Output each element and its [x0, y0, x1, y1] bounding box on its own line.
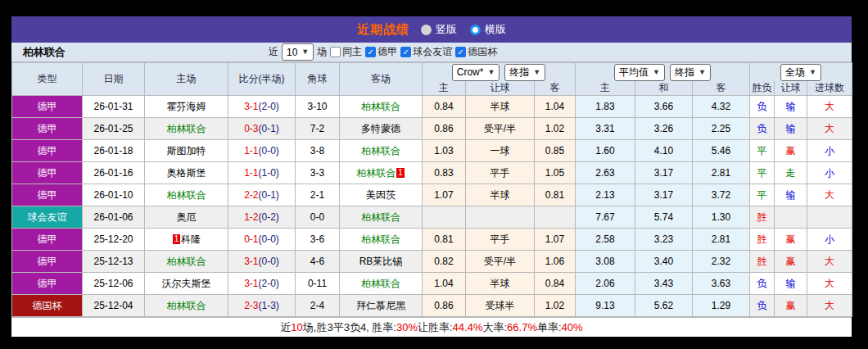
fulltime-score: 0-3	[244, 123, 258, 134]
fulltime-score: 0-1	[244, 233, 258, 245]
match-date: 26-01-25	[83, 118, 145, 140]
fulltime-score: 2-2	[244, 189, 258, 201]
result-goals: 大	[807, 251, 852, 273]
result-goals: 小	[807, 140, 852, 162]
odds-handicap: 受球半	[466, 295, 535, 317]
match-count-select[interactable]: 10 ▼	[282, 43, 314, 61]
table-row: 德甲 26-01-18 斯图加特 1-1(0-0) 3-8 柏林联合 1.03 …	[12, 140, 852, 162]
results-table: 类型 日期 主场 比分(半场) 角球 客场 Crow* ▼ 终指 ▼	[11, 62, 852, 317]
table-row: 德甲 26-01-10 柏林联合 2-2(0-1) 2-1 美因茨 1.07 半…	[12, 184, 852, 206]
subheader-goals-result: 进球数	[807, 81, 852, 96]
control-bar: 柏林联合 近 10 ▼ 场 同主德甲球会友谊德国杯	[11, 43, 852, 62]
bookmaker-odds-time-select[interactable]: 终指 ▼	[504, 64, 545, 81]
result-handicap: 输	[775, 184, 807, 206]
result-goals: 小	[807, 162, 852, 184]
checkbox-label: 球会友谊	[413, 45, 452, 59]
layout-radio-vertical[interactable]: 竖版	[421, 22, 457, 37]
subheader-outcome: 胜负	[750, 81, 775, 96]
header-date: 日期	[83, 63, 145, 96]
table-row: 德甲 25-12-06 沃尔夫斯堡 3-1(2-0) 0-11 柏林联合 1.0…	[12, 273, 852, 295]
odds-home: 0.86	[423, 118, 466, 140]
chevron-down-icon: ▼	[698, 69, 706, 76]
average-odds-time-select[interactable]: 终指 ▼	[670, 64, 711, 81]
layout-radio-horizontal[interactable]: 横版	[470, 22, 506, 37]
corner-count: 0-11	[296, 273, 340, 295]
header-average-group: 平均值 ▼ 终指 ▼	[576, 63, 750, 82]
subheader-handicap-result: 让球	[775, 81, 807, 96]
team-name: 柏林联合	[356, 167, 396, 179]
result-outcome: 负	[750, 96, 775, 118]
average-select[interactable]: 平均值 ▼	[614, 64, 665, 81]
chevron-down-icon: ▼	[809, 69, 816, 76]
fulltime-score: 2-3	[244, 300, 258, 311]
team-name: 奥格斯堡	[167, 167, 206, 179]
result-handicap: 赢	[775, 295, 807, 317]
team-name: 奥厄	[177, 211, 197, 223]
filter-checkbox-同主[interactable]: 同主	[330, 45, 362, 59]
odds-home: 1.07	[423, 184, 466, 206]
score-cell: 2-3(1-3)	[228, 295, 296, 317]
table-row: 德甲 26-01-16 奥格斯堡 1-1(1-0) 3-3 柏林联合1 0.83…	[12, 162, 852, 184]
home-team: 柏林联合	[145, 295, 228, 317]
avg-away-odds: 5.46	[693, 140, 750, 162]
corner-count: 4-6	[296, 251, 340, 273]
avg-draw-odds: 4.10	[635, 140, 693, 162]
away-team: 柏林联合	[340, 273, 423, 295]
checkbox-label: 同主	[342, 45, 362, 59]
result-handicap: 赢	[775, 140, 807, 162]
avg-away-odds: 2.25	[693, 118, 750, 140]
radio-label: 横版	[485, 22, 506, 37]
radio-icon[interactable]	[421, 25, 432, 35]
match-type-badge: 德甲	[12, 162, 83, 184]
odds-away: 1.02	[535, 295, 576, 317]
match-date: 25-12-20	[83, 229, 145, 251]
table-row: 德甲 25-12-20 1科隆 0-1(0-0) 3-6 柏林联合 0.81 平…	[12, 229, 852, 251]
away-team: 多特蒙德	[340, 118, 423, 140]
avg-draw-odds: 5.62	[635, 295, 693, 317]
result-outcome: 负	[750, 295, 775, 317]
filter-checkbox-德国杯[interactable]: 德国杯	[455, 45, 497, 59]
filter-checkbox-球会友谊[interactable]: 球会友谊	[400, 45, 452, 59]
radio-icon[interactable]	[470, 25, 481, 35]
corner-count: 3-10	[296, 96, 340, 118]
filter-checkbox-德甲[interactable]: 德甲	[365, 45, 397, 59]
subheader-avg-draw: 和	[635, 81, 693, 96]
header-bookmaker-group: Crow* ▼ 终指 ▼	[423, 63, 576, 82]
match-date: 25-12-13	[83, 251, 145, 273]
recent-results-panel: 近期战绩 竖版横版 柏林联合 近 10 ▼ 场 同主德甲球会友谊德国杯 类型 日…	[11, 16, 852, 336]
score-cell: 2-2(0-1)	[228, 184, 296, 206]
home-team: 奥厄	[145, 206, 228, 229]
result-outcome: 负	[750, 118, 775, 140]
avg-away-odds: 2.81	[693, 229, 750, 251]
scope-select[interactable]: 全场 ▼	[780, 64, 821, 81]
team-name: 柏林联合	[361, 145, 400, 156]
team-name: 拜仁慕尼黑	[356, 300, 405, 311]
result-outcome: 平	[750, 140, 775, 162]
checkbox-checked-icon[interactable]	[365, 47, 376, 57]
match-date: 26-01-16	[83, 162, 145, 184]
match-type-badge: 德甲	[12, 118, 83, 140]
match-date: 26-01-06	[83, 206, 145, 229]
corner-count: 0-0	[296, 206, 340, 229]
result-goals	[807, 206, 852, 229]
summary-segment: 66.7%	[507, 321, 537, 333]
avg-draw-odds: 3.23	[635, 229, 693, 251]
avg-away-odds: 2.81	[693, 162, 750, 184]
checkbox-checked-icon[interactable]	[455, 47, 466, 57]
match-type-badge: 德甲	[12, 229, 83, 251]
result-outcome: 平	[750, 184, 775, 206]
result-goals: 小	[807, 229, 852, 251]
chevron-down-icon: ▼	[487, 69, 495, 76]
result-outcome: 胜	[750, 251, 775, 273]
fulltime-score: 1-2	[244, 211, 258, 223]
checkbox-unchecked-icon[interactable]	[330, 47, 341, 57]
header-score: 比分(半场)	[228, 63, 296, 96]
checkbox-checked-icon[interactable]	[400, 47, 411, 57]
avg-home-odds: 1.83	[576, 96, 635, 118]
halftime-score: (0-2)	[259, 211, 279, 223]
corner-count: 7-2	[296, 118, 340, 140]
team-name: 柏林联合	[361, 278, 400, 289]
bookmaker-select[interactable]: Crow* ▼	[452, 64, 500, 81]
home-team: 霍芬海姆	[145, 96, 228, 118]
odds-home: 0.84	[423, 96, 466, 118]
